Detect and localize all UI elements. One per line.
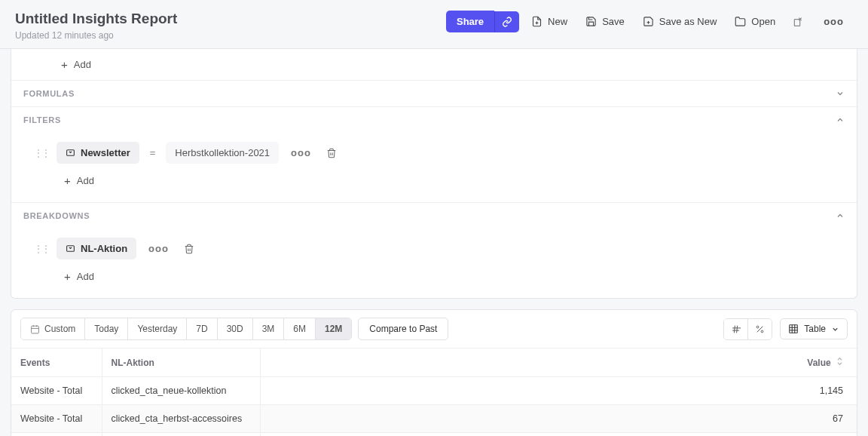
cell-value: 1,145	[260, 377, 857, 405]
filters-title: Filters	[23, 115, 61, 124]
open-label: Open	[751, 16, 775, 27]
column-header-events[interactable]: Events	[11, 348, 102, 377]
seven-d-button[interactable]: 7D	[187, 318, 217, 339]
filter-delete-button[interactable]	[323, 145, 340, 161]
view-controls: Table	[723, 318, 848, 340]
table-icon	[788, 324, 799, 334]
share-group: Share	[446, 11, 519, 32]
chevron-up-icon[interactable]	[836, 211, 845, 220]
copy-link-button[interactable]	[494, 11, 519, 32]
custom-range-button[interactable]: Custom	[21, 318, 85, 339]
breakdowns-section-header[interactable]: Breakdowns	[11, 202, 857, 229]
cell-event: Website - Total	[11, 377, 102, 405]
breakdown-property-label: NL-Aktion	[81, 243, 127, 254]
percent-icon	[755, 324, 765, 334]
number-format-button[interactable]	[724, 319, 748, 339]
today-button[interactable]: Today	[85, 318, 128, 339]
reset-icon	[792, 16, 804, 28]
filter-more-menu[interactable]: ooo	[286, 144, 316, 161]
value-label: Value	[807, 358, 830, 368]
breakdowns-section-body: ⋮⋮ NL-Aktion ooo + Add	[11, 229, 857, 298]
add-breakdown-row[interactable]: + Add	[34, 264, 845, 289]
filters-section-header[interactable]: Filters	[11, 106, 857, 133]
link-icon	[502, 17, 512, 27]
breakdown-more-menu[interactable]: ooo	[144, 240, 173, 257]
breakdown-delete-button[interactable]	[181, 241, 197, 257]
thirty-d-button[interactable]: 30D	[218, 318, 253, 339]
table-row[interactable]: Website - Total clicked_cta_herbst-acces…	[11, 405, 857, 433]
filter-property-pill[interactable]: Newsletter	[57, 142, 139, 164]
cell-event: Website - Total	[11, 433, 102, 437]
svg-line-16	[737, 325, 738, 333]
open-button[interactable]: Open	[729, 11, 781, 32]
view-type-dropdown[interactable]: Table	[780, 318, 848, 339]
top-bar-actions: Share New Save Save as New Open ooo	[446, 11, 853, 32]
trash-icon	[326, 148, 337, 158]
more-menu-button[interactable]: ooo	[815, 11, 853, 32]
filter-operator[interactable]: =	[147, 147, 159, 158]
plus-icon: +	[61, 58, 68, 71]
tag-icon	[66, 148, 75, 158]
save-icon	[585, 16, 597, 27]
add-label: Add	[77, 175, 94, 186]
column-header-nl-aktion[interactable]: NL-Aktion	[102, 348, 260, 377]
cell-event: Website - Total	[11, 405, 102, 433]
custom-label: Custom	[44, 324, 75, 334]
time-range-group: Custom Today Yesterday 7D 30D 3M 6M 12M …	[20, 318, 448, 340]
add-label: Add	[74, 59, 91, 70]
drag-handle-icon[interactable]: ⋮⋮	[34, 148, 49, 158]
save-label: Save	[602, 16, 625, 27]
twelve-m-button[interactable]: 12M	[316, 318, 351, 339]
new-button[interactable]: New	[525, 11, 573, 32]
svg-line-15	[735, 325, 735, 333]
top-bar: Untitled Insights Report Updated 12 minu…	[0, 0, 868, 49]
save-as-new-button[interactable]: Save as New	[637, 11, 723, 32]
column-header-value[interactable]: Value	[260, 348, 857, 377]
chevron-down-icon[interactable]	[836, 89, 845, 98]
filter-value-pill[interactable]: Herbstkollektion-2021	[166, 142, 279, 164]
cell-nl-aktion: clicked_cta_herbst-accessoires	[102, 405, 260, 433]
add-filter-row[interactable]: + Add	[34, 168, 845, 193]
breakdown-property-pill[interactable]: NL-Aktion	[57, 238, 136, 259]
cell-value: 62	[260, 433, 857, 437]
table-row[interactable]: Website - Total clicked_image_neue-regen…	[11, 433, 857, 437]
compare-to-past-button[interactable]: Compare to Past	[358, 318, 448, 340]
table-row[interactable]: Website - Total clicked_cta_neue-kollekt…	[11, 377, 857, 405]
more-horizontal-icon: ooo	[819, 13, 848, 30]
svg-point-19	[761, 330, 763, 333]
six-m-button[interactable]: 6M	[284, 318, 316, 339]
add-label: Add	[77, 271, 94, 282]
three-m-button[interactable]: 3M	[253, 318, 285, 339]
reset-button[interactable]	[787, 11, 808, 32]
results-table: Events NL-Aktion Value Website - Total c…	[11, 348, 857, 436]
file-plus-icon	[531, 16, 542, 27]
svg-point-18	[756, 326, 759, 328]
percent-format-button[interactable]	[748, 319, 772, 339]
calendar-icon	[30, 324, 40, 334]
share-button[interactable]: Share	[446, 11, 494, 32]
save-button[interactable]: Save	[579, 11, 631, 32]
formulas-title: Formulas	[23, 89, 75, 98]
svg-rect-20	[790, 325, 798, 333]
chevron-up-icon[interactable]	[836, 115, 845, 124]
view-type-label: Table	[804, 324, 826, 334]
page-title[interactable]: Untitled Insights Report	[15, 11, 177, 27]
results-toolbar: Custom Today Yesterday 7D 30D 3M 6M 12M …	[11, 310, 857, 348]
add-metric-row[interactable]: + Add	[11, 49, 857, 80]
plus-icon: +	[64, 270, 71, 283]
save-new-icon	[643, 16, 654, 27]
cell-nl-aktion: clicked_cta_neue-kollektion	[102, 377, 260, 405]
cell-nl-aktion: clicked_image_neue-regenmäntel	[102, 433, 260, 437]
cell-value: 67	[260, 405, 857, 433]
filter-property-label: Newsletter	[81, 147, 130, 158]
formulas-section-header[interactable]: Formulas	[11, 80, 857, 106]
svg-line-17	[757, 326, 763, 332]
results-panel: Custom Today Yesterday 7D 30D 3M 6M 12M …	[11, 309, 857, 436]
breakdowns-title: Breakdowns	[23, 211, 90, 220]
number-format-group	[723, 318, 772, 340]
yesterday-button[interactable]: Yesterday	[128, 318, 187, 339]
plus-icon: +	[64, 174, 71, 187]
tag-icon	[66, 244, 75, 253]
drag-handle-icon[interactable]: ⋮⋮	[34, 244, 49, 254]
svg-rect-9	[32, 326, 39, 333]
